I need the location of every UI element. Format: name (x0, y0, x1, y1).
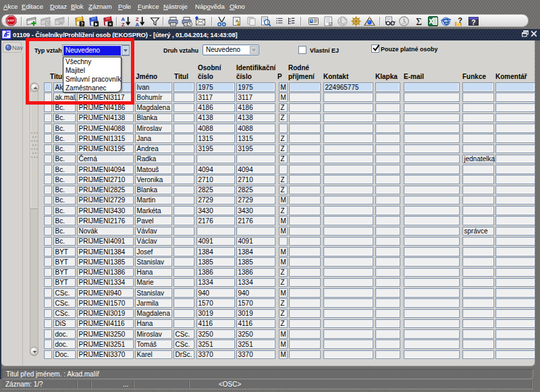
svg-text:EXIT: EXIT (8, 19, 15, 22)
svg-text:A: A (135, 22, 139, 27)
svg-text:?: ? (458, 16, 462, 24)
svg-text:?: ? (80, 22, 83, 26)
svg-text:F: F (5, 30, 10, 38)
svg-text:100%: 100% (402, 22, 407, 25)
svg-text:×: × (109, 22, 111, 26)
svg-text:?: ? (471, 18, 475, 26)
svg-text:Z: Z (122, 22, 125, 27)
svg-text:Σ: Σ (416, 16, 422, 27)
svg-text:a: a (236, 18, 238, 24)
